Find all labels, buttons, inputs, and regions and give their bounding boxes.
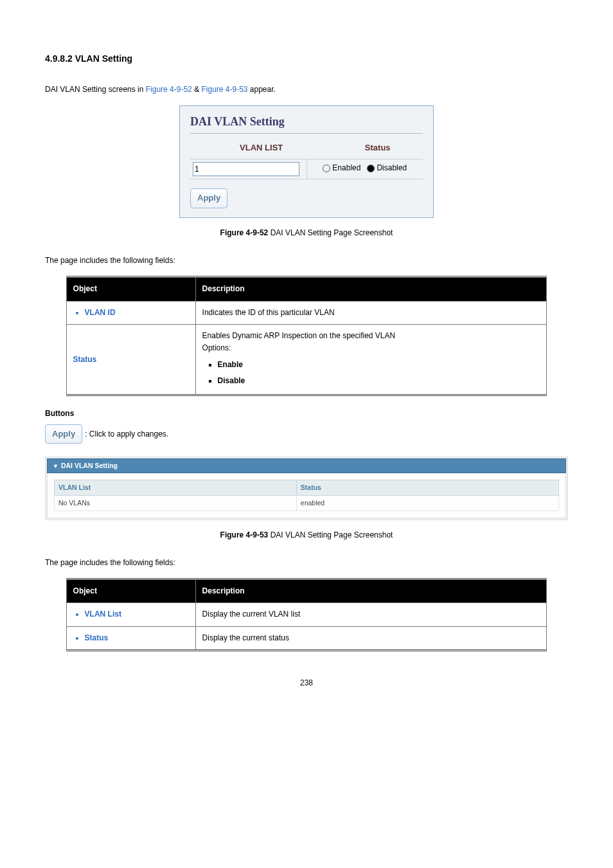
figure-1-caption-text: DAI VLAN Setting Page Screenshot bbox=[268, 228, 393, 237]
intro-paragraph: DAI VLAN Setting screens in Figure 4-9-5… bbox=[45, 84, 568, 96]
figure-2-container: ▼DAI VLAN Setting VLAN List Status No VL… bbox=[45, 457, 568, 520]
status-col-status: Status bbox=[296, 480, 558, 496]
figure-link-2[interactable]: Figure 4-9-53 bbox=[201, 85, 247, 94]
status-panel-title: DAI VLAN Setting bbox=[61, 462, 118, 469]
status-col-vlan-list: VLAN List bbox=[55, 480, 297, 496]
table1-header-object: Object bbox=[66, 277, 195, 301]
panel-header-row: VLAN LIST Status bbox=[190, 138, 423, 159]
table-row: Status Enables Dynamic ARP Inspection on… bbox=[66, 324, 547, 395]
table2-header-object: Object bbox=[66, 579, 195, 603]
table-row: Status Display the current status bbox=[66, 626, 547, 650]
buttons-row: Apply: Click to apply changes. bbox=[45, 424, 568, 444]
vlan-list-input[interactable] bbox=[193, 162, 299, 176]
intro-text-suffix: appear. bbox=[248, 85, 276, 94]
apply-button[interactable]: Apply bbox=[190, 188, 227, 208]
figure-1-caption-num: Figure 4-9-52 bbox=[220, 228, 269, 237]
col-header-vlan-list: VLAN LIST bbox=[190, 138, 332, 159]
radio-enabled-label: Enabled bbox=[332, 163, 360, 172]
table-row: No VLANs enabled bbox=[55, 496, 559, 511]
chevron-down-icon: ▼ bbox=[53, 462, 58, 471]
buttons-heading: Buttons bbox=[45, 408, 568, 420]
col-header-status: Status bbox=[332, 138, 423, 159]
fields-intro-1: The page includes the following fields: bbox=[45, 255, 568, 267]
description-table-1: Object Description VLAN ID Indicates the… bbox=[66, 276, 547, 396]
table2-desc-vlan-list: Display the current VLAN list bbox=[195, 603, 547, 626]
table2-obj-vlan-list: VLAN List bbox=[85, 608, 189, 620]
table1-desc-status: Enables Dynamic ARP Inspection on the sp… bbox=[195, 324, 547, 395]
apply-button-description: : Click to apply changes. bbox=[85, 429, 168, 438]
table1-header-description: Description bbox=[195, 277, 547, 301]
intro-text-amp: & bbox=[192, 85, 202, 94]
table2-header-description: Description bbox=[195, 579, 547, 603]
table1-opt-disable: Disable bbox=[218, 373, 540, 389]
description-table-2: Object Description VLAN List Display the… bbox=[66, 578, 547, 651]
table-row: VLAN ID Indicates the ID of this particu… bbox=[66, 301, 547, 324]
table1-desc-vlan-id: Indicates the ID of this particular VLAN bbox=[195, 301, 547, 324]
figure-1-container: DAI VLAN Setting VLAN LIST Status Enable… bbox=[45, 105, 568, 218]
figure-2-caption: Figure 4-9-53 DAI VLAN Setting Page Scre… bbox=[45, 529, 568, 541]
radio-disabled[interactable] bbox=[367, 165, 375, 172]
table1-opt-enable: Enable bbox=[218, 357, 540, 373]
table1-status-line2: Options: bbox=[202, 342, 540, 354]
table1-obj-vlan-id: VLAN ID bbox=[85, 307, 189, 319]
status-val-vlan-list: No VLANs bbox=[55, 496, 297, 511]
figure-2-caption-text: DAI VLAN Setting Page Screenshot bbox=[268, 530, 393, 539]
panel-input-row: Enabled Disabled bbox=[190, 159, 423, 179]
dai-vlan-setting-panel: DAI VLAN Setting VLAN LIST Status Enable… bbox=[179, 105, 434, 218]
table-row: VLAN List Display the current VLAN list bbox=[66, 603, 547, 626]
table2-obj-status: Status bbox=[85, 632, 189, 644]
figure-1-caption: Figure 4-9-52 DAI VLAN Setting Page Scre… bbox=[45, 227, 568, 239]
figure-link-1[interactable]: Figure 4-9-52 bbox=[146, 85, 192, 94]
table2-desc-status: Display the current status bbox=[195, 626, 547, 650]
status-panel-bar[interactable]: ▼DAI VLAN Setting bbox=[47, 458, 566, 473]
table1-obj-status: Status bbox=[73, 355, 97, 364]
intro-text-prefix: DAI VLAN Setting screens in bbox=[45, 85, 146, 94]
status-table: VLAN List Status No VLANs enabled bbox=[54, 480, 559, 511]
panel-title: DAI VLAN Setting bbox=[190, 113, 423, 134]
status-val-status: enabled bbox=[296, 496, 558, 511]
table1-status-line1: Enables Dynamic ARP Inspection on the sp… bbox=[202, 330, 540, 342]
section-heading: 4.9.8.2 VLAN Setting bbox=[45, 51, 568, 66]
dai-vlan-setting-status-panel: ▼DAI VLAN Setting VLAN List Status No VL… bbox=[45, 457, 568, 520]
radio-disabled-label: Disabled bbox=[377, 163, 407, 172]
fields-intro-2: The page includes the following fields: bbox=[45, 557, 568, 569]
page-number: 238 bbox=[45, 677, 568, 689]
figure-2-caption-num: Figure 4-9-53 bbox=[220, 530, 269, 539]
apply-button-sample[interactable]: Apply bbox=[45, 424, 82, 444]
radio-enabled[interactable] bbox=[323, 165, 330, 172]
